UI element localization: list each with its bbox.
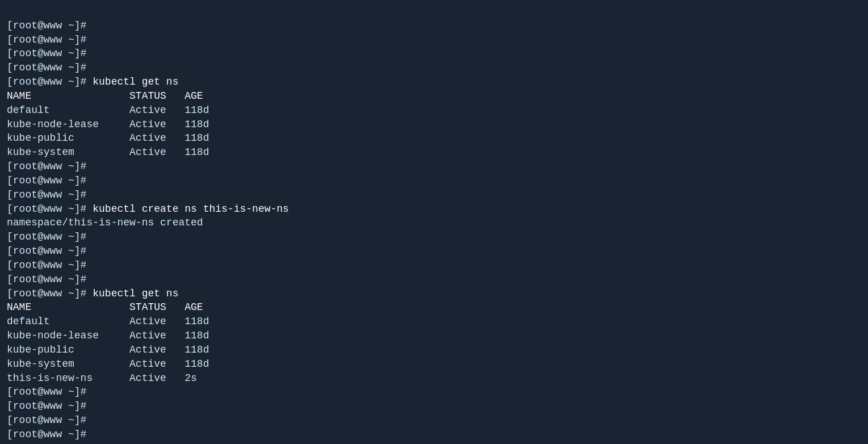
prompt: [root@www ~]# <box>7 76 86 87</box>
terminal-line: [root@www ~]# <box>7 413 861 428</box>
output-header: NAME STATUS AGE <box>7 301 203 313</box>
output-text: kube-system Active 118d <box>7 146 209 158</box>
prompt: [root@www ~]# <box>7 34 86 45</box>
prompt: [root@www ~]# <box>7 400 86 412</box>
terminal-line: this-is-new-ns Active 2s <box>7 371 861 386</box>
output-text: this-is-new-ns Active 2s <box>7 372 197 384</box>
terminal-line: [root@www ~]# kubectl create ns this-is-… <box>7 202 861 216</box>
terminal-line: [root@www ~]# <box>7 47 861 61</box>
terminal-line: kube-node-lease Active 118d <box>7 118 861 132</box>
terminal-line: [root@www ~]# <box>7 273 861 287</box>
terminal-line: kube-system Active 118d <box>7 357 861 371</box>
prompt: [root@www ~]# <box>7 274 86 285</box>
command-text: kubectl get ns <box>86 288 178 299</box>
output-text: default Active 118d <box>7 316 209 327</box>
terminal[interactable]: [root@www ~]#[root@www ~]#[root@www ~]#[… <box>0 0 868 444</box>
terminal-line: [root@www ~]# <box>7 174 861 188</box>
prompt: [root@www ~]# <box>7 245 86 257</box>
output-text: kube-public Active 118d <box>7 132 209 144</box>
prompt: [root@www ~]# <box>7 48 86 59</box>
prompt: [root@www ~]# <box>7 259 86 271</box>
terminal-line: kube-public Active 118d <box>7 343 861 357</box>
output-text: namespace/this-is-new-ns created <box>7 217 203 228</box>
output-text: kube-node-lease Active 118d <box>7 119 209 130</box>
terminal-line: default Active 118d <box>7 315 861 329</box>
terminal-line: NAME STATUS AGE <box>7 300 861 315</box>
output-text: kube-public Active 118d <box>7 344 209 355</box>
output-text: kube-node-lease Active 118d <box>7 330 209 341</box>
prompt: [root@www ~]# <box>7 386 86 397</box>
output-header: NAME STATUS AGE <box>7 90 203 102</box>
prompt: [root@www ~]# <box>7 161 86 172</box>
terminal-line: [root@www ~]# <box>7 33 861 47</box>
prompt: [root@www ~]# <box>7 62 86 73</box>
terminal-line: [root@www ~]# kubectl get ns <box>7 287 861 301</box>
terminal-line: [root@www ~]# <box>7 244 861 258</box>
terminal-line: kube-node-lease Active 118d <box>7 329 861 343</box>
terminal-line: kube-system Active 118d <box>7 145 861 160</box>
prompt: [root@www ~]# <box>7 189 86 200</box>
prompt: [root@www ~]# <box>7 175 86 186</box>
prompt: [root@www ~]# <box>7 231 86 242</box>
terminal-line: [root@www ~]# <box>7 258 861 273</box>
prompt: [root@www ~]# <box>7 20 86 31</box>
terminal-line: [root@www ~]# <box>7 428 861 442</box>
command-text: kubectl get ns <box>86 76 178 87</box>
terminal-line: [root@www ~]# <box>7 160 861 174</box>
output-text: default Active 118d <box>7 104 209 116</box>
prompt: [root@www ~]# <box>7 414 86 426</box>
terminal-line: [root@www ~]# kubectl get ns <box>7 75 861 89</box>
terminal-line: [root@www ~]# <box>7 230 861 244</box>
terminal-line: [root@www ~]# <box>7 385 861 399</box>
output-text: kube-system Active 118d <box>7 358 209 370</box>
command-text: kubectl create ns this-is-new-ns <box>86 203 288 215</box>
terminal-line: NAME STATUS AGE <box>7 89 861 103</box>
terminal-line: kube-public Active 118d <box>7 131 861 145</box>
prompt: [root@www ~]# <box>7 288 86 299</box>
terminal-line: [root@www ~]# <box>7 188 861 202</box>
terminal-line: [root@www ~]# <box>7 399 861 413</box>
terminal-line: [root@www ~]# <box>7 19 861 33</box>
terminal-line: namespace/this-is-new-ns created <box>7 216 861 230</box>
prompt: [root@www ~]# <box>7 203 86 215</box>
prompt: [root@www ~]# <box>7 429 86 440</box>
terminal-line: [root@www ~]# <box>7 61 861 75</box>
terminal-line: default Active 118d <box>7 103 861 118</box>
